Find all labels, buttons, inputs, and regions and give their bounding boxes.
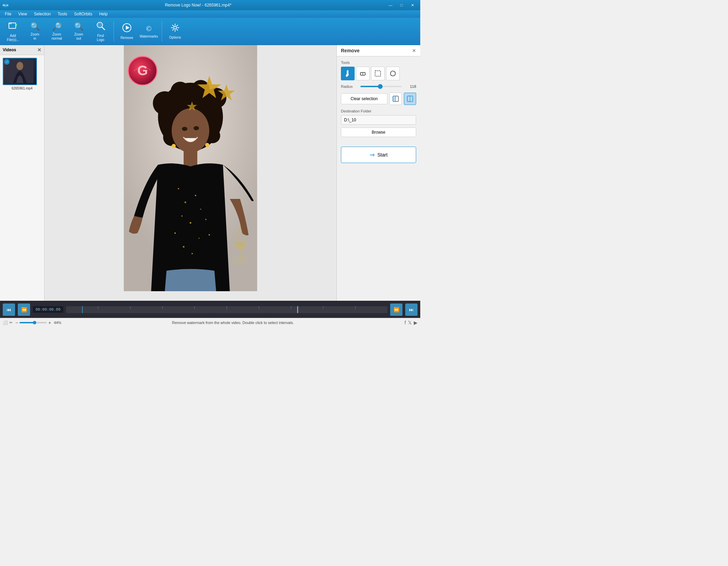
panel-header: Remove ✕ bbox=[337, 45, 420, 56]
radius-section: Radius 118 bbox=[341, 84, 416, 89]
menu-selection[interactable]: Selection bbox=[30, 11, 54, 17]
svg-marker-8 bbox=[126, 26, 130, 30]
zoom-out-icon: 🔍 bbox=[74, 22, 83, 31]
video-filename: 6265961.mp4 bbox=[3, 86, 41, 90]
timeline-skip-end-button[interactable]: ⏭ bbox=[405, 304, 418, 316]
zoom-out-button[interactable]: 🔍 Zoomout bbox=[68, 20, 89, 43]
sidebar-close-button[interactable]: ✕ bbox=[37, 47, 41, 53]
lasso-tool-button[interactable] bbox=[386, 67, 400, 80]
find-logo-button[interactable]: FindLogo bbox=[90, 20, 111, 43]
window-title: Remove Logo Now! - 6265961.mp4* bbox=[11, 3, 385, 8]
start-arrow-icon: ⇒ bbox=[370, 151, 375, 159]
window-controls: — □ ✕ bbox=[385, 2, 418, 9]
svg-point-41 bbox=[236, 242, 244, 245]
zoom-slider[interactable] bbox=[19, 322, 47, 323]
svg-point-31 bbox=[190, 222, 191, 224]
svg-point-22 bbox=[182, 127, 187, 131]
svg-rect-52 bbox=[375, 71, 381, 76]
timecode: 00:00:00.00 bbox=[33, 306, 63, 313]
svg-rect-56 bbox=[410, 96, 413, 102]
svg-point-34 bbox=[199, 238, 200, 239]
zoom-slider-fill bbox=[19, 322, 35, 323]
video-thumbnail[interactable]: ✓ bbox=[3, 58, 37, 85]
svg-point-37 bbox=[209, 234, 210, 235]
add-files-label: AddFile(s)... bbox=[7, 34, 19, 42]
sidebar-title: Videos bbox=[3, 48, 16, 52]
video-canvas[interactable]: G bbox=[124, 45, 257, 291]
zoom-select-icon: ⬜ bbox=[3, 320, 8, 325]
timeline-skip-start-button[interactable]: ⏮ bbox=[3, 304, 15, 316]
find-logo-icon bbox=[96, 21, 105, 32]
svg-point-6 bbox=[98, 24, 101, 26]
svg-point-33 bbox=[174, 232, 176, 234]
watermarks-label: Watermarks bbox=[140, 35, 158, 39]
add-files-button[interactable]: AddFile(s)... bbox=[3, 20, 23, 43]
menu-bar: File View Selection Tools SoftOrbits Hel… bbox=[0, 10, 420, 18]
facebook-icon[interactable]: f bbox=[405, 320, 406, 325]
watermarks-button[interactable]: © Watermarks bbox=[138, 20, 159, 43]
tools-label: Tools bbox=[341, 60, 416, 65]
svg-point-18 bbox=[171, 82, 190, 101]
youtube-icon[interactable]: ▶ bbox=[414, 320, 418, 325]
timeline-prev-button[interactable]: ⏪ bbox=[18, 304, 30, 316]
svg-line-5 bbox=[102, 27, 105, 30]
destination-input[interactable] bbox=[341, 115, 416, 125]
zoom-percent: 44% bbox=[54, 321, 61, 325]
zoom-minus-button[interactable]: − bbox=[15, 320, 18, 325]
svg-point-24 bbox=[172, 144, 176, 148]
svg-point-36 bbox=[191, 253, 193, 254]
svg-rect-21 bbox=[184, 149, 197, 166]
radius-track bbox=[360, 86, 380, 87]
radius-slider[interactable] bbox=[360, 86, 402, 87]
add-files-icon bbox=[8, 21, 18, 32]
zoom-in-button[interactable]: 🔍 Zoomin bbox=[25, 20, 45, 43]
selection-next-button[interactable] bbox=[404, 93, 416, 105]
svg-point-11 bbox=[16, 62, 23, 70]
menu-help[interactable]: Help bbox=[96, 11, 111, 17]
start-button[interactable]: ⇒ Start bbox=[341, 147, 416, 163]
zoom-controls: ⬜ ✂ − + 44% bbox=[3, 320, 61, 325]
brush-tool-button[interactable] bbox=[341, 67, 355, 80]
browse-button[interactable]: Browse bbox=[341, 127, 416, 137]
menu-view[interactable]: View bbox=[15, 11, 30, 17]
logo-overlay: G bbox=[127, 55, 155, 83]
radius-value: 118 bbox=[406, 84, 416, 89]
twitter-icon[interactable]: 𝕏 bbox=[408, 320, 412, 325]
remove-button[interactable]: Remove bbox=[117, 20, 137, 43]
maximize-button[interactable]: □ bbox=[396, 2, 407, 9]
svg-rect-1 bbox=[9, 23, 12, 24]
svg-text:G: G bbox=[137, 63, 148, 78]
sidebar-content: ✓ 6265961.mp4 bbox=[0, 55, 44, 93]
canvas-background: G bbox=[124, 45, 257, 291]
timeline-next-button[interactable]: ⏩ bbox=[390, 304, 402, 316]
zoom-in-icon: 🔍 bbox=[30, 22, 40, 31]
zoom-slider-thumb[interactable] bbox=[33, 321, 36, 324]
social-icons: f 𝕏 ▶ bbox=[405, 320, 418, 325]
menu-file[interactable]: File bbox=[1, 11, 15, 17]
eraser-tool-button[interactable] bbox=[356, 67, 370, 80]
radius-thumb[interactable] bbox=[378, 84, 383, 89]
panel-close-button[interactable]: ✕ bbox=[412, 48, 416, 53]
sidebar-header: Videos ✕ bbox=[0, 45, 44, 55]
options-button[interactable]: Options bbox=[165, 20, 185, 43]
close-button[interactable]: ✕ bbox=[407, 2, 418, 9]
svg-point-35 bbox=[183, 246, 185, 248]
destination-label: Destination Folder bbox=[341, 109, 416, 113]
status-bar: ⬜ ✂ − + 44% Remove watermark from the wh… bbox=[0, 318, 420, 327]
zoom-normal-button[interactable]: 🔎 Zoomnormal bbox=[47, 20, 67, 43]
sidebar: Videos ✕ ✓ 6265961.mp4 bbox=[0, 45, 44, 301]
toolbar-separator-2 bbox=[162, 21, 162, 42]
watermarks-icon: © bbox=[146, 24, 152, 33]
svg-point-9 bbox=[174, 26, 176, 29]
timeline-track[interactable] bbox=[66, 306, 387, 313]
zoom-plus-button[interactable]: + bbox=[48, 320, 51, 325]
menu-softorbits[interactable]: SoftOrbits bbox=[71, 11, 96, 17]
canvas-area: G bbox=[44, 45, 336, 301]
clear-selection-button[interactable]: Clear selection bbox=[341, 93, 387, 104]
selection-prev-button[interactable] bbox=[389, 93, 402, 105]
toolbar: AddFile(s)... 🔍 Zoomin 🔎 Zoomnormal 🔍 Zo… bbox=[0, 18, 420, 45]
rect-select-tool-button[interactable] bbox=[371, 67, 385, 80]
minimize-button[interactable]: — bbox=[385, 2, 396, 9]
svg-point-23 bbox=[194, 126, 199, 130]
menu-tools[interactable]: Tools bbox=[54, 11, 71, 17]
